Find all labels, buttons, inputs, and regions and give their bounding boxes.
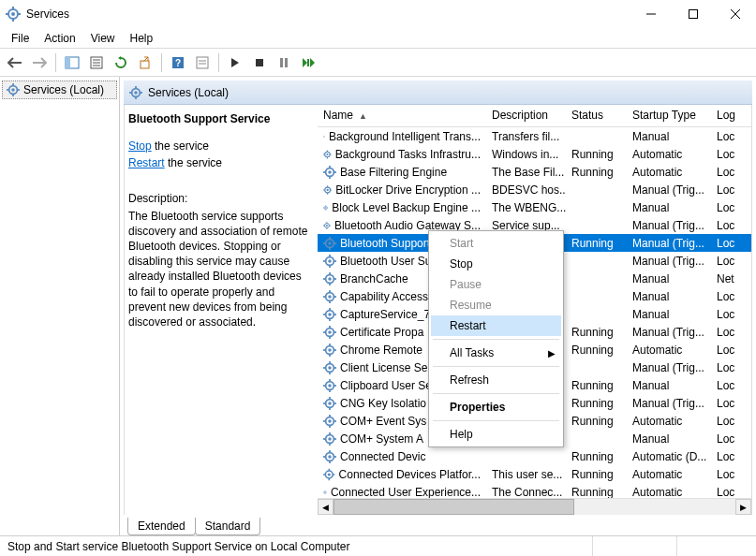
service-name: Bluetooth User Su bbox=[340, 255, 431, 268]
col-startup[interactable]: Startup Type bbox=[627, 105, 711, 126]
refresh-button[interactable] bbox=[110, 51, 132, 74]
service-logon: Loc bbox=[711, 344, 744, 357]
properties-button[interactable] bbox=[85, 51, 108, 74]
table-row[interactable]: Connected DevicRunningAutomatic (D...Loc bbox=[318, 447, 751, 465]
scroll-thumb[interactable] bbox=[334, 499, 574, 515]
ctx-all-tasks[interactable]: All Tasks▶ bbox=[431, 343, 561, 363]
service-startup: Automatic bbox=[627, 468, 711, 481]
ctx-stop[interactable]: Stop bbox=[431, 254, 561, 274]
service-desc: Windows in... bbox=[486, 148, 566, 161]
svg-rect-25 bbox=[307, 59, 309, 66]
service-status: Running bbox=[566, 486, 627, 499]
service-name: Client License Se bbox=[340, 361, 427, 374]
service-logon: Loc bbox=[711, 130, 744, 143]
col-logon[interactable]: Log bbox=[711, 105, 744, 126]
svg-rect-23 bbox=[280, 58, 283, 67]
gear-icon bbox=[323, 255, 336, 268]
close-button[interactable] bbox=[714, 0, 756, 28]
service-startup: Manual bbox=[627, 272, 711, 285]
service-desc: The Base Fil... bbox=[486, 166, 566, 179]
service-logon: Loc bbox=[711, 379, 744, 392]
sort-asc-icon: ▲ bbox=[359, 111, 367, 121]
service-status: Running bbox=[566, 397, 627, 410]
service-startup: Manual (Trig... bbox=[627, 361, 711, 374]
svg-rect-11 bbox=[66, 57, 70, 68]
pane-header: Services (Local) bbox=[124, 80, 752, 105]
table-row[interactable]: Connected Devices Platfor...This user se… bbox=[318, 465, 751, 483]
service-name: Connected User Experience... bbox=[331, 486, 481, 499]
start-service-button[interactable] bbox=[224, 51, 246, 74]
menu-help[interactable]: Help bbox=[123, 30, 161, 47]
service-name: Background Intelligent Trans... bbox=[329, 130, 481, 143]
menu-action[interactable]: Action bbox=[37, 30, 82, 47]
scroll-left-button[interactable]: ◀ bbox=[318, 499, 334, 515]
table-row[interactable]: Base Filtering EngineThe Base Fil...Runn… bbox=[318, 163, 751, 181]
service-logon: Loc bbox=[711, 290, 744, 303]
service-startup: Manual (Trig... bbox=[627, 183, 711, 197]
ctx-help[interactable]: Help bbox=[431, 424, 561, 445]
service-startup: Automatic (D... bbox=[627, 450, 711, 463]
service-desc: Transfers fil... bbox=[486, 130, 566, 143]
col-status[interactable]: Status bbox=[566, 105, 627, 126]
table-row[interactable]: BitLocker Drive Encryption ...BDESVC hos… bbox=[318, 181, 751, 198]
col-name[interactable]: Name▲ bbox=[318, 105, 486, 126]
services-grid[interactable]: Name▲ Description Status Startup Type Lo… bbox=[318, 105, 751, 515]
help-topics-button[interactable] bbox=[191, 51, 214, 74]
menu-file[interactable]: File bbox=[4, 30, 37, 47]
gear-icon bbox=[323, 468, 335, 481]
help-button[interactable]: ? bbox=[167, 51, 189, 74]
tab-standard[interactable]: Standard bbox=[195, 518, 261, 535]
pause-service-button[interactable] bbox=[273, 51, 295, 74]
ctx-refresh[interactable]: Refresh bbox=[431, 370, 561, 390]
col-description[interactable]: Description bbox=[486, 105, 566, 126]
svg-rect-7 bbox=[689, 10, 697, 19]
menu-view[interactable]: View bbox=[83, 30, 123, 47]
tab-extended[interactable]: Extended bbox=[127, 518, 196, 535]
service-logon: Loc bbox=[711, 219, 744, 232]
show-hide-tree-button[interactable] bbox=[61, 51, 83, 74]
service-startup: Automatic bbox=[627, 344, 711, 357]
menubar: File Action View Help bbox=[0, 28, 756, 49]
service-startup: Manual (Trig... bbox=[627, 397, 711, 410]
gear-icon bbox=[323, 148, 332, 161]
back-button[interactable] bbox=[4, 51, 26, 74]
ctx-restart[interactable]: Restart bbox=[431, 315, 561, 336]
console-tree[interactable]: Services (Local) bbox=[0, 77, 120, 535]
svg-rect-16 bbox=[141, 61, 149, 68]
detail-pane: Bluetooth Support Service Stop the servi… bbox=[125, 105, 318, 515]
restart-service-link[interactable]: Restart bbox=[128, 156, 165, 169]
service-name: CNG Key Isolatio bbox=[340, 397, 426, 410]
svg-text:?: ? bbox=[175, 58, 181, 68]
stop-service-link[interactable]: Stop bbox=[128, 139, 152, 153]
service-name: BranchCache bbox=[340, 272, 408, 285]
service-status: Running bbox=[566, 450, 627, 463]
stop-service-button[interactable] bbox=[248, 51, 271, 74]
scroll-right-button[interactable]: ▶ bbox=[735, 499, 751, 515]
service-name: Chrome Remote bbox=[340, 344, 422, 357]
horizontal-scrollbar[interactable]: ◀ ▶ bbox=[318, 498, 751, 515]
service-logon: Loc bbox=[711, 468, 744, 481]
service-startup: Automatic bbox=[627, 166, 711, 179]
ctx-properties[interactable]: Properties bbox=[431, 397, 561, 417]
ctx-pause: Pause bbox=[431, 274, 561, 295]
tree-item-services-local[interactable]: Services (Local) bbox=[2, 80, 117, 99]
service-name: Certificate Propa bbox=[340, 326, 423, 339]
service-name: CaptureService_7 bbox=[340, 308, 430, 321]
table-row[interactable]: Connected User Experience...The Connec..… bbox=[318, 483, 751, 498]
description-label: Description: bbox=[128, 191, 310, 206]
statusbar: Stop and Start service Bluetooth Support… bbox=[0, 535, 756, 556]
maximize-button[interactable] bbox=[672, 0, 714, 28]
minimize-button[interactable] bbox=[630, 0, 672, 28]
gear-icon bbox=[323, 397, 336, 410]
restart-service-button[interactable] bbox=[297, 51, 319, 74]
column-headers: Name▲ Description Status Startup Type Lo… bbox=[318, 105, 751, 127]
service-name: COM+ Event Sys bbox=[340, 415, 426, 428]
service-logon: Loc bbox=[711, 397, 744, 410]
export-button[interactable] bbox=[134, 51, 156, 74]
table-row[interactable]: Background Tasks Infrastru...Windows in.… bbox=[318, 145, 751, 163]
service-startup: Automatic bbox=[627, 486, 711, 499]
table-row[interactable]: Background Intelligent Trans...Transfers… bbox=[318, 127, 751, 145]
table-row[interactable]: Block Level Backup Engine ...The WBENG..… bbox=[318, 198, 751, 216]
forward-button[interactable] bbox=[28, 51, 51, 74]
service-startup: Manual (Trig... bbox=[627, 255, 711, 268]
